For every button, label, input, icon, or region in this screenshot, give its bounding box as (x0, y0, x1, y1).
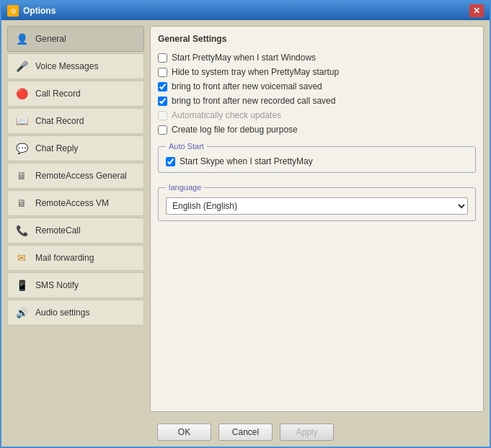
language-group: languageEnglish (English)German (Deutsch… (158, 183, 476, 221)
ok-button[interactable]: OK (157, 424, 211, 441)
voice-messages-icon: 🎤 (14, 58, 30, 74)
options-window: ⚙ Options ✕ 👤General🎤Voice Messages🔴Call… (0, 0, 491, 448)
sidebar-item-label-audio-settings: Audio settings (35, 308, 89, 318)
chat-record-icon: 📖 (14, 113, 30, 129)
checkbox-row-start-skype: Start Skype when I start PrettyMay (166, 156, 468, 166)
remote-call-icon: 📞 (14, 223, 30, 238)
audio-settings-icon: 🔊 (14, 305, 30, 321)
cancel-button[interactable]: Cancel (218, 424, 273, 441)
checkbox-hide-tray[interactable] (158, 68, 167, 77)
sidebar-item-audio-settings[interactable]: 🔊Audio settings (7, 300, 144, 326)
settings-content: Start PrettyMay when I start WindowsHide… (158, 53, 476, 221)
sidebar-item-sms-notify[interactable]: 📱SMS Notify (7, 272, 144, 298)
sidebar-item-label-call-record: Call Record (35, 89, 81, 99)
sidebar-item-chat-reply[interactable]: 💬Chat Reply (7, 135, 144, 161)
sidebar-item-remote-access-general[interactable]: 🖥RemoteAccess General (7, 163, 144, 189)
sidebar-item-label-chat-reply: Chat Reply (35, 143, 78, 153)
checkbox-label-start-windows: Start PrettyMay when I start Windows (172, 53, 316, 63)
sidebar-item-remote-call[interactable]: 📞RemoteCall (7, 218, 144, 243)
sidebar-item-call-record[interactable]: 🔴Call Record (7, 81, 144, 107)
sidebar-item-chat-record[interactable]: 📖Chat Record (7, 108, 144, 134)
bottom-bar: OK Cancel Apply (1, 418, 490, 447)
close-button[interactable]: ✕ (469, 4, 484, 17)
sidebar-item-label-sms-notify: SMS Notify (35, 280, 79, 290)
sidebar-item-remote-access-vm[interactable]: 🖥RemoteAccess VM (7, 190, 144, 216)
content-area: 👤General🎤Voice Messages🔴Call Record📖Chat… (1, 20, 490, 418)
checkbox-bring-front-call[interactable] (158, 97, 167, 106)
sidebar-item-label-chat-record: Chat Record (35, 116, 84, 126)
language-select[interactable]: English (English)German (Deutsch)French … (166, 197, 468, 215)
title-bar-left: ⚙ Options (7, 5, 56, 17)
sidebar-item-label-remote-call: RemoteCall (35, 225, 81, 236)
auto-start-legend: Auto Start (166, 142, 207, 151)
sidebar-item-general[interactable]: 👤General (7, 26, 144, 52)
checkbox-label-create-log: Create log file for debug purpose (172, 125, 298, 135)
apply-button[interactable]: Apply (280, 424, 334, 441)
checkbox-auto-check-updates (158, 111, 167, 120)
checkbox-label-bring-front-call: bring to front after new recorded call s… (172, 96, 335, 106)
checkbox-row-hide-tray: Hide to system tray when PrettyMay start… (158, 67, 476, 77)
title-bar: ⚙ Options ✕ (1, 1, 490, 20)
checkbox-start-windows[interactable] (158, 53, 167, 63)
checkbox-row-bring-front-voicemail: bring to front after new voicemail saved (158, 81, 476, 91)
checkbox-row-create-log: Create log file for debug purpose (158, 125, 476, 135)
sidebar-item-label-general: General (35, 34, 66, 44)
window-icon: ⚙ (7, 5, 19, 17)
sidebar-item-label-voice-messages: Voice Messages (35, 61, 98, 71)
language-legend: language (166, 183, 204, 192)
window-title: Options (23, 6, 56, 16)
checkbox-row-auto-check-updates: Automatically check updates (158, 110, 476, 120)
sidebar-item-label-remote-access-general: RemoteAccess General (35, 171, 127, 181)
remote-access-general-icon: 🖥 (14, 168, 30, 184)
general-icon: 👤 (14, 31, 30, 47)
checkbox-start-skype[interactable] (166, 157, 175, 166)
sidebar: 👤General🎤Voice Messages🔴Call Record📖Chat… (7, 26, 144, 412)
sidebar-item-label-mail-forwarding: Mail forwarding (35, 253, 94, 263)
remote-access-vm-icon: 🖥 (14, 195, 30, 211)
auto-start-group: Auto StartStart Skype when I start Prett… (158, 142, 476, 173)
checkbox-row-bring-front-call: bring to front after new recorded call s… (158, 96, 476, 106)
main-panel: General Settings Start PrettyMay when I … (150, 26, 484, 412)
checkbox-label-hide-tray: Hide to system tray when PrettyMay start… (172, 67, 339, 77)
call-record-icon: 🔴 (14, 86, 30, 102)
chat-reply-icon: 💬 (14, 140, 30, 156)
checkbox-label-bring-front-voicemail: bring to front after new voicemail saved (172, 81, 322, 91)
sidebar-item-voice-messages[interactable]: 🎤Voice Messages (7, 53, 144, 79)
checkbox-create-log[interactable] (158, 125, 167, 135)
checkbox-label-auto-check-updates: Automatically check updates (172, 110, 281, 120)
sidebar-item-label-remote-access-vm: RemoteAccess VM (35, 198, 109, 208)
sms-notify-icon: 📱 (14, 277, 30, 293)
panel-title: General Settings (158, 34, 476, 44)
sidebar-item-mail-forwarding[interactable]: ✉Mail forwarding (7, 245, 144, 271)
mail-forwarding-icon: ✉ (14, 250, 30, 266)
checkbox-bring-front-voicemail[interactable] (158, 82, 167, 91)
checkbox-row-start-windows: Start PrettyMay when I start Windows (158, 53, 476, 63)
checkbox-label-start-skype: Start Skype when I start PrettyMay (180, 156, 313, 166)
